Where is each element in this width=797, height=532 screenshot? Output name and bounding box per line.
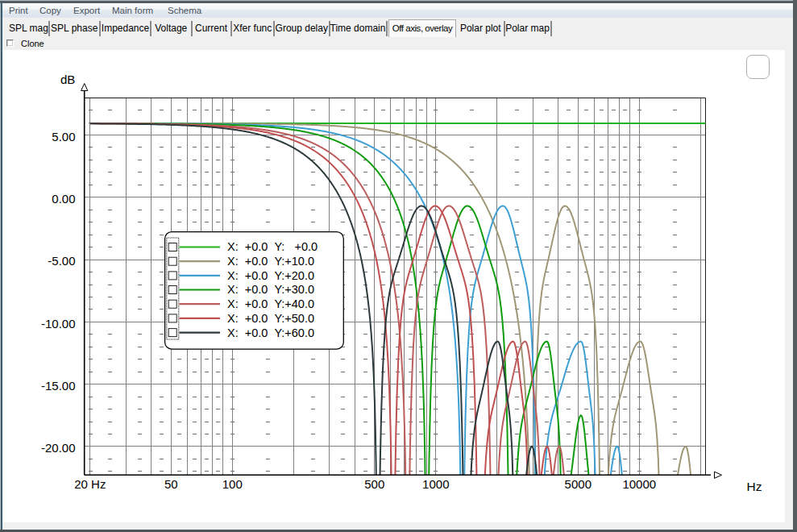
svg-text:-20.00: -20.00 xyxy=(41,441,76,455)
svg-text:X: +0.0 Y:+20.0: X: +0.0 Y:+20.0 xyxy=(227,269,314,282)
svg-text:1000: 1000 xyxy=(422,477,449,491)
svg-text:dB: dB xyxy=(60,73,75,86)
svg-text:0.00: 0.00 xyxy=(52,192,75,206)
svg-text:Hz: Hz xyxy=(747,480,762,493)
svg-text:20 Hz: 20 Hz xyxy=(74,477,106,491)
svg-text:-10.00: -10.00 xyxy=(41,317,76,330)
svg-text:X: +0.0 Y:+10.0: X: +0.0 Y:+10.0 xyxy=(227,255,314,268)
svg-text:50: 50 xyxy=(164,477,178,491)
svg-text:5000: 5000 xyxy=(565,477,592,491)
svg-text:-5.00: -5.00 xyxy=(48,254,75,268)
svg-text:100: 100 xyxy=(222,477,243,491)
svg-text:10000: 10000 xyxy=(622,477,656,491)
svg-text:X: +0.0 Y: +0.0: X: +0.0 Y: +0.0 xyxy=(227,240,318,253)
svg-text:X: +0.0 Y:+60.0: X: +0.0 Y:+60.0 xyxy=(227,326,314,339)
svg-text:500: 500 xyxy=(364,477,384,491)
svg-text:-15.00: -15.00 xyxy=(41,379,76,393)
svg-text:X: +0.0 Y:+40.0: X: +0.0 Y:+40.0 xyxy=(227,297,314,310)
svg-text:5.00: 5.00 xyxy=(52,130,75,143)
svg-text:X: +0.0 Y:+50.0: X: +0.0 Y:+50.0 xyxy=(227,312,314,325)
svg-text:X: +0.0 Y:+30.0: X: +0.0 Y:+30.0 xyxy=(227,283,314,296)
